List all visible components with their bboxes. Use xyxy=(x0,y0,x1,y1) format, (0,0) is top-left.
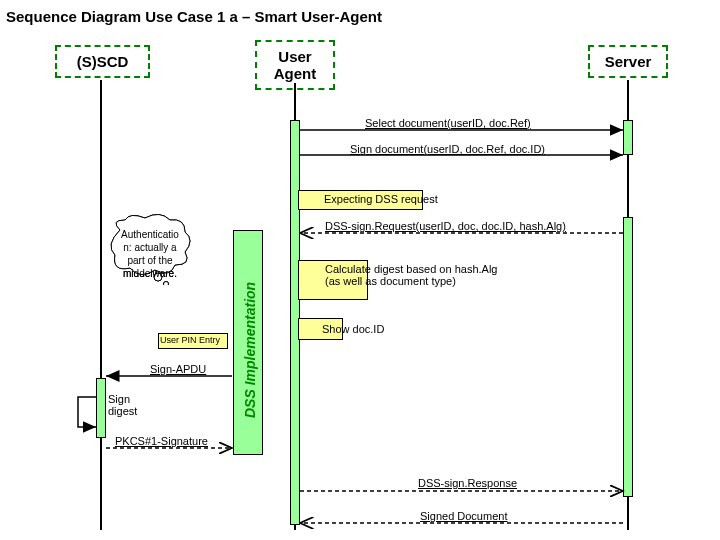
msg-expecting: Expecting DSS request xyxy=(324,193,438,205)
activation-server-2 xyxy=(623,217,633,497)
participant-label: Server xyxy=(605,53,652,70)
dss-impl-label: DSS Implementation xyxy=(242,268,258,418)
msg-sign-digest: Sign digest xyxy=(108,393,137,417)
diagram-title: Sequence Diagram Use Case 1 a – Smart Us… xyxy=(0,0,720,33)
participant-label: (S)SCD xyxy=(77,53,129,70)
msg-dss-sign-req: DSS-sign.Request(userID, doc, doc.ID, ha… xyxy=(325,220,566,232)
msg-dss-resp: DSS-sign.Response xyxy=(418,477,517,489)
msg-select-doc: Select document(userID, doc.Ref) xyxy=(365,117,531,129)
msg-calc-digest: Calculate digest based on hash.Alg (as w… xyxy=(325,263,497,287)
msg-sign-doc: Sign document(userID, doc.Ref, doc.ID) xyxy=(350,143,545,155)
participant-server: Server xyxy=(588,45,668,78)
activation-sscd xyxy=(96,378,106,438)
activation-server-1 xyxy=(623,120,633,155)
msg-sign-apdu: Sign-APDU xyxy=(150,363,206,375)
msg-pkcs: PKCS#1-Signature xyxy=(115,435,208,447)
sequence-diagram: (S)SCD User Agent Server DSS Implementat… xyxy=(0,35,720,540)
msg-user-pin: User PIN Entry xyxy=(160,335,220,345)
msg-signed-doc: Signed Document xyxy=(420,510,507,522)
lifeline-sscd xyxy=(100,80,102,530)
auth-note-text: Authenticatio n: actually a part of the … xyxy=(105,220,195,288)
msg-show-docid: Show doc.ID xyxy=(322,323,384,335)
participant-sscd: (S)SCD xyxy=(55,45,150,78)
participant-label: User Agent xyxy=(274,48,317,82)
auth-note-cloud: Authenticatio n: actually a part of the … xyxy=(105,215,195,283)
